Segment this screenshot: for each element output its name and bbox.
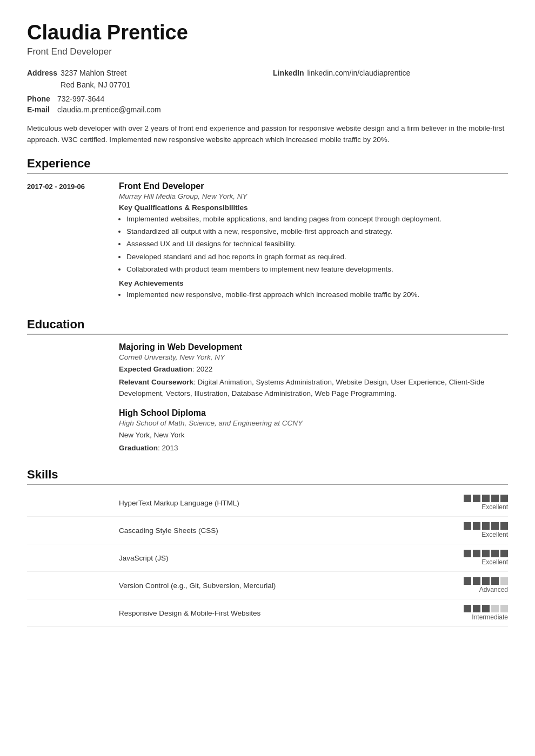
skill-rating: Intermediate: [449, 605, 508, 621]
edu-school-1: High School of Math, Science, and Engine…: [119, 419, 508, 427]
address-label: Address: [27, 67, 57, 79]
skill-dot-filled: [500, 522, 508, 530]
skill-row: Responsive Design & Mobile-First Website…: [27, 599, 508, 627]
edu-graduation-0: Expected Graduation: 2022: [119, 363, 508, 375]
exp-job-title: Front End Developer: [119, 181, 508, 191]
skill-level: Advanced: [479, 586, 508, 593]
address-row: Address 3237 Mahlon Street Red Bank, NJ …: [27, 67, 262, 91]
skill-dot-filled: [482, 522, 490, 530]
skill-level: Excellent: [482, 503, 508, 511]
address-value: 3237 Mahlon Street Red Bank, NJ 07701: [61, 67, 130, 91]
edu-location-1: New York, New York: [119, 429, 508, 441]
skill-level: Excellent: [482, 558, 508, 566]
exp-qualifications-list: Implemented websites, mobile application…: [126, 214, 508, 275]
email-label: E-mail: [27, 105, 54, 114]
exp-content: Front End Developer Murray Hill Media Gr…: [119, 181, 508, 305]
skill-dot-filled: [464, 550, 471, 557]
skill-dot-filled: [464, 605, 471, 612]
skill-dot-filled: [473, 577, 480, 585]
linkedin-label: LinkedIn: [273, 67, 304, 79]
edu-content-1: High School Diploma High School of Math,…: [119, 408, 508, 455]
phone-row: Phone 732-997-3644: [27, 94, 508, 103]
edu-coursework-0: Relevant Coursework: Digital Animation, …: [119, 376, 508, 400]
edu-content-0: Majoring in Web Development Cornell Univ…: [119, 342, 508, 401]
summary-text: Meticulous web developer with over 2 yea…: [27, 123, 508, 146]
skill-name: Version Control (e.g., Git, Subversion, …: [119, 582, 443, 590]
skill-dot-filled: [473, 495, 480, 502]
education-entry-1: High School Diploma High School of Math,…: [27, 408, 508, 455]
skill-dots: [464, 550, 508, 557]
skill-level: Intermediate: [472, 613, 508, 621]
skill-dot-filled: [500, 550, 508, 557]
edu-school-0: Cornell University, New York, NY: [119, 353, 508, 361]
skills-list: HyperText Markup Language (HTML)Excellen…: [27, 489, 508, 627]
education-entry-0: Majoring in Web Development Cornell Univ…: [27, 342, 508, 401]
education-section: Education Majoring in Web Development Co…: [27, 318, 508, 455]
skill-row: HyperText Markup Language (HTML)Excellen…: [27, 489, 508, 517]
experience-title: Experience: [27, 157, 508, 174]
skill-rating: Excellent: [449, 522, 508, 538]
exp-achievements-list: Implemented new responsive, mobile-first…: [126, 289, 508, 300]
experience-section: Experience 2017-02 - 2019-06 Front End D…: [27, 157, 508, 305]
skill-row: JavaScript (JS)Excellent: [27, 544, 508, 572]
skill-dot-filled: [473, 550, 480, 557]
skill-rating: Advanced: [449, 577, 508, 593]
list-item: Assessed UX and UI designs for technical…: [126, 239, 508, 249]
email-row: E-mail claudia.m.prentice@gmail.com: [27, 105, 508, 114]
skill-dot-filled: [491, 577, 499, 585]
skills-section: Skills HyperText Markup Language (HTML)E…: [27, 468, 508, 627]
exp-achievements-title: Key Achievements: [119, 279, 508, 287]
phone-value: 732-997-3644: [57, 94, 104, 103]
skill-name: Responsive Design & Mobile-First Website…: [119, 609, 443, 617]
skill-rating: Excellent: [449, 495, 508, 511]
skill-dot-filled: [500, 495, 508, 502]
list-item: Standardized all output with a new, resp…: [126, 226, 508, 237]
person-name: Claudia Prentice: [27, 22, 508, 44]
skill-dot-filled: [482, 495, 490, 502]
skill-name: HyperText Markup Language (HTML): [119, 499, 443, 507]
skill-dot-filled: [464, 522, 471, 530]
skill-row: Cascading Style Sheets (CSS)Excellent: [27, 517, 508, 544]
skill-dot-filled: [464, 495, 471, 502]
skill-dot-empty: [500, 605, 508, 612]
skill-dots: [464, 522, 508, 530]
skill-dot-filled: [482, 577, 490, 585]
list-item: Implemented new responsive, mobile-first…: [126, 289, 508, 300]
skill-dots: [464, 577, 508, 585]
phone-label: Phone: [27, 94, 54, 103]
edu-graduation-1: Graduation: 2013: [119, 442, 508, 454]
skill-name: Cascading Style Sheets (CSS): [119, 526, 443, 535]
linkedin-value: linkedin.com/in/claudiaprentice: [307, 67, 411, 79]
linkedin-row: LinkedIn linkedin.com/in/claudiaprentice: [273, 67, 508, 91]
skill-dot-filled: [482, 605, 490, 612]
list-item: Implemented websites, mobile application…: [126, 214, 508, 225]
skill-level: Excellent: [482, 531, 508, 538]
skill-dot-filled: [491, 495, 499, 502]
exp-dates: 2017-02 - 2019-06: [27, 181, 113, 305]
list-item: Developed standard and ad hoc reports in…: [126, 252, 508, 262]
skill-dot-empty: [500, 577, 508, 585]
list-item: Collaborated with product team members t…: [126, 264, 508, 275]
edu-degree-0: Majoring in Web Development: [119, 342, 508, 352]
edu-degree-1: High School Diploma: [119, 408, 508, 418]
skill-dot-filled: [464, 577, 471, 585]
exp-company: Murray Hill Media Group, New York, NY: [119, 192, 508, 200]
skill-dot-filled: [482, 550, 490, 557]
skill-row: Version Control (e.g., Git, Subversion, …: [27, 572, 508, 599]
skill-dots: [464, 605, 508, 612]
skills-title: Skills: [27, 468, 508, 485]
exp-qualifications-title: Key Qualifications & Responsibilities: [119, 204, 508, 212]
skill-dot-filled: [473, 522, 480, 530]
email-value: claudia.m.prentice@gmail.com: [57, 105, 161, 114]
education-title: Education: [27, 318, 508, 335]
person-title: Front End Developer: [27, 46, 508, 57]
skill-dots: [464, 495, 508, 502]
skill-dot-empty: [491, 605, 499, 612]
skill-dot-filled: [491, 550, 499, 557]
skill-dot-filled: [473, 605, 480, 612]
contact-section: Address 3237 Mahlon Street Red Bank, NJ …: [27, 67, 508, 91]
skill-name: JavaScript (JS): [119, 554, 443, 562]
experience-entry: 2017-02 - 2019-06 Front End Developer Mu…: [27, 181, 508, 305]
skill-dot-filled: [491, 522, 499, 530]
skill-rating: Excellent: [449, 550, 508, 566]
